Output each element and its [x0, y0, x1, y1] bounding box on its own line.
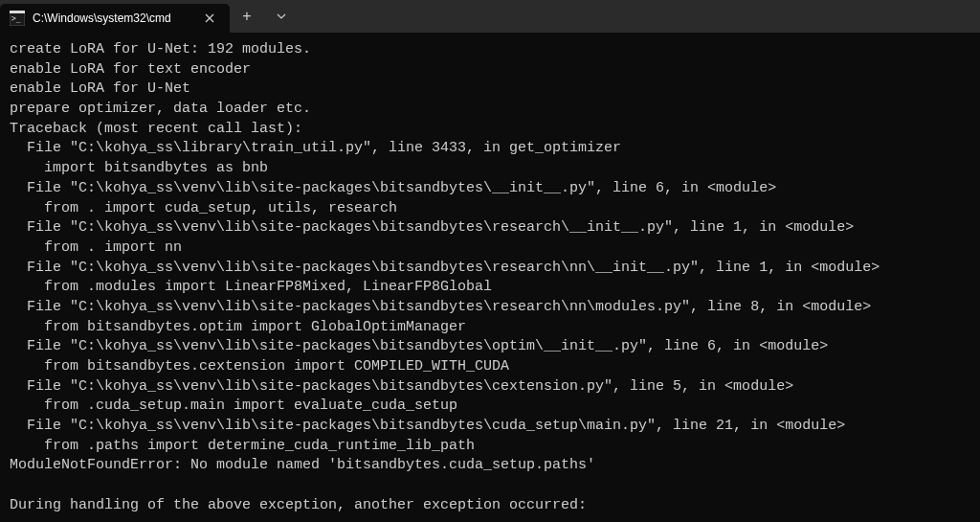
tab-title: C:\Windows\system32\cmd	[33, 11, 193, 25]
terminal-output[interactable]: create LoRA for U-Net: 192 modules. enab…	[0, 33, 980, 522]
new-tab-button[interactable]: +	[230, 2, 264, 31]
cmd-icon: >_	[10, 11, 25, 26]
svg-rect-1	[10, 11, 25, 13]
svg-text:>_: >_	[11, 14, 21, 23]
tab-active[interactable]: >_ C:\Windows\system32\cmd	[0, 4, 230, 33]
title-actions: +	[230, 0, 299, 33]
close-icon[interactable]	[201, 10, 218, 27]
title-bar: >_ C:\Windows\system32\cmd +	[0, 0, 980, 33]
tab-dropdown-button[interactable]	[264, 2, 299, 31]
